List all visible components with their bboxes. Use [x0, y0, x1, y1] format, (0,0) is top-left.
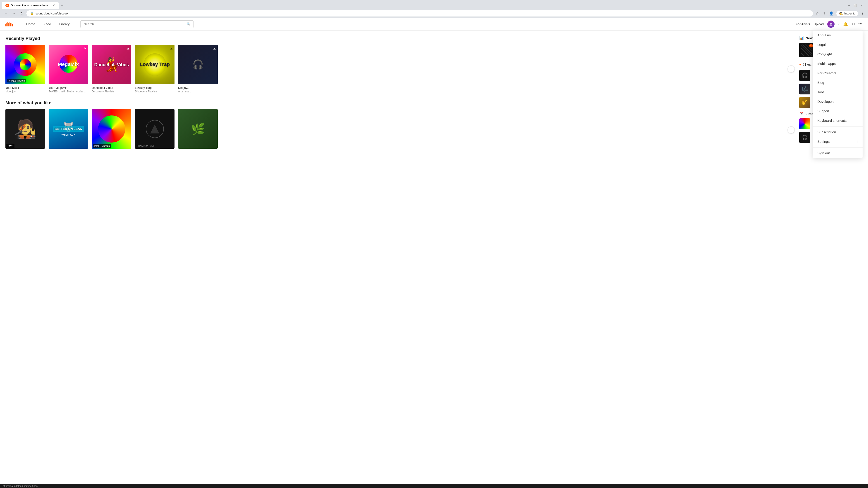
card-overlay-text: MegaMix [58, 61, 79, 67]
card-overlay-text: Dancehall Vibes [94, 62, 129, 67]
dropdown-subscription[interactable]: Subscription [813, 127, 863, 137]
tab-favicon: SC [5, 4, 9, 7]
heart-icon: ♥ [799, 63, 801, 66]
dropdown-legal[interactable]: Legal [813, 40, 863, 50]
card-your-mix[interactable]: JAMES Mashup Your Mix 1 Moodjoy [5, 45, 45, 93]
nav-library[interactable]: Library [56, 20, 73, 28]
card-image: 🧑‍🎤 FWP [5, 109, 45, 149]
card-megamix[interactable]: MegaMix ▶ Your MegaMix JAMES, Justin Bie… [49, 45, 88, 93]
dropdown-support[interactable]: Support [813, 106, 863, 116]
card-deejay[interactable]: 🎧 ☁ Deejay... Artist sta... [178, 45, 218, 93]
card-name: Dancehall Vibes [92, 86, 131, 90]
dropdown-copyright[interactable]: Copyright [813, 50, 863, 59]
more-options-button[interactable]: ••• [858, 22, 863, 26]
card-image: JAMES Mashup [5, 45, 45, 84]
card-info: Dancehall Vibes Discovery Playlists [92, 86, 131, 93]
address-bar[interactable]: 🔒 soundcloud.com/discover [26, 10, 813, 17]
avatar-dropdown-chevron[interactable]: ▾ [838, 23, 839, 26]
svg-rect-6 [9, 22, 10, 26]
left-content: Recently Played [5, 36, 792, 482]
card-name: Your Mix 1 [5, 86, 45, 90]
active-tab[interactable]: SC Discover the top streamed mus... ✕ [2, 2, 59, 9]
dropdown-separator [813, 126, 863, 127]
reload-button[interactable]: ↻ [19, 10, 25, 17]
card-sub: Discovery Playlists [92, 90, 131, 93]
back-button[interactable]: ← [3, 11, 9, 17]
minimize-button[interactable]: − [847, 4, 851, 7]
main-nav: Home Feed Library [23, 20, 73, 28]
svg-rect-0 [5, 24, 6, 26]
dropdown-for-creators[interactable]: For Creators [813, 68, 863, 78]
close-window-button[interactable]: ✕ [860, 4, 864, 7]
new-track-thumb-1[interactable]: SC [799, 43, 814, 57]
card-name: Your MegaMix [49, 86, 88, 90]
soundcloud-logo [5, 22, 13, 26]
search-input[interactable] [81, 21, 184, 28]
dropdown-sign-out[interactable]: Sign out [813, 149, 863, 158]
settings-cursor-indicator: | [857, 140, 858, 143]
card-image: 🎧 ☁ [178, 45, 218, 84]
for-artists-button[interactable]: For Artists [796, 22, 810, 26]
more-like-card-wylfpack[interactable]: 🐺 WYLFPACK BETTER ON LEAN [49, 109, 88, 151]
app-header: Home Feed Library 🔍 For Artists Upload ▾… [0, 18, 868, 31]
card-image: 💃 Dancehall Vibes ☁ [92, 45, 131, 84]
more-like-card-1[interactable]: 🧑‍🎤 FWP [5, 109, 45, 151]
tab-close-button[interactable]: ✕ [53, 4, 55, 7]
dropdown-developers[interactable]: Developers [813, 97, 863, 106]
url-display: soundcloud.com/discover [35, 12, 809, 15]
card-image: JAMES Mashup [92, 109, 131, 149]
card-image: 🌿 [178, 109, 218, 149]
forward-button[interactable]: → [11, 11, 17, 17]
dropdown-settings[interactable]: Settings | [813, 137, 863, 147]
card-image: MegaMix ▶ [49, 45, 88, 84]
svg-rect-11 [13, 24, 13, 26]
card-name: Deejay... [178, 86, 218, 90]
browser-tabs: SC Discover the top streamed mus... ✕ + … [0, 0, 868, 9]
card-image: Lowkey Trap ☁ [135, 45, 175, 84]
search-bar[interactable]: 🔍 [81, 20, 193, 28]
more-like-next-button[interactable]: › [787, 126, 795, 133]
more-like-card-james[interactable]: JAMES Mashup [92, 109, 131, 151]
svg-rect-9 [11, 23, 12, 26]
bookmark-button[interactable]: ☆ [815, 10, 820, 17]
messages-button[interactable]: ✉ [852, 22, 855, 26]
more-like-grid: 🧑‍🎤 FWP 🐺 [5, 109, 792, 151]
logo[interactable] [5, 22, 13, 26]
soundcloud-app: Home Feed Library 🔍 For Artists Upload ▾… [0, 18, 868, 488]
svg-rect-1 [6, 23, 6, 26]
svg-point-12 [830, 23, 832, 25]
card-lowkey-trap[interactable]: Lowkey Trap ☁ Lowkey Trap Discovery Play… [135, 45, 175, 93]
upload-button[interactable]: Upload [814, 22, 824, 26]
svg-rect-2 [7, 23, 7, 26]
browser-profile-button[interactable]: 👤 [828, 10, 835, 17]
card-overlay-text: BETTER ON LEAN [53, 126, 84, 132]
recently-played-next-button[interactable]: › [787, 65, 795, 72]
maximize-button[interactable]: ⬜ [854, 4, 857, 7]
dropdown-keyboard-shortcuts[interactable]: Keyboard shortcuts [813, 116, 863, 125]
card-dancehall-vibes[interactable]: 💃 Dancehall Vibes ☁ Dancehall Vibes Disc… [92, 45, 131, 93]
more-like-card-4[interactable]: PHANTOM LOVE [135, 109, 175, 151]
download-button[interactable]: ⬇ [822, 10, 827, 17]
card-overlay: Lowkey Trap [135, 45, 175, 84]
nav-feed[interactable]: Feed [40, 20, 55, 28]
search-button[interactable]: 🔍 [184, 21, 193, 28]
nav-home[interactable]: Home [23, 20, 39, 28]
svg-rect-8 [11, 24, 11, 26]
dropdown-separator-2 [813, 147, 863, 148]
card-sub: Moodjoy [5, 90, 45, 93]
card-overlay: Dancehall Vibes [92, 45, 131, 84]
new-tab-button[interactable]: + [59, 2, 65, 9]
card-info: Your MegaMix JAMES, Justin Bieber, codec… [49, 86, 88, 93]
track-badge: SC [809, 44, 813, 47]
more-like-card-5[interactable]: 🌿 [178, 109, 218, 151]
notifications-button[interactable]: 🔔 [843, 22, 848, 27]
dropdown-jobs[interactable]: Jobs [813, 88, 863, 97]
user-avatar[interactable] [827, 21, 835, 28]
track-thumb: 🎷 [799, 97, 810, 108]
svg-rect-4 [8, 23, 8, 26]
dropdown-mobile-apps[interactable]: Mobile apps [813, 59, 863, 68]
dropdown-blog[interactable]: Blog [813, 78, 863, 88]
card-info: Lowkey Trap Discovery Playlists [135, 86, 175, 93]
browser-menu-button[interactable]: ⋮ [860, 10, 865, 17]
dropdown-about-us[interactable]: About us [813, 31, 863, 40]
